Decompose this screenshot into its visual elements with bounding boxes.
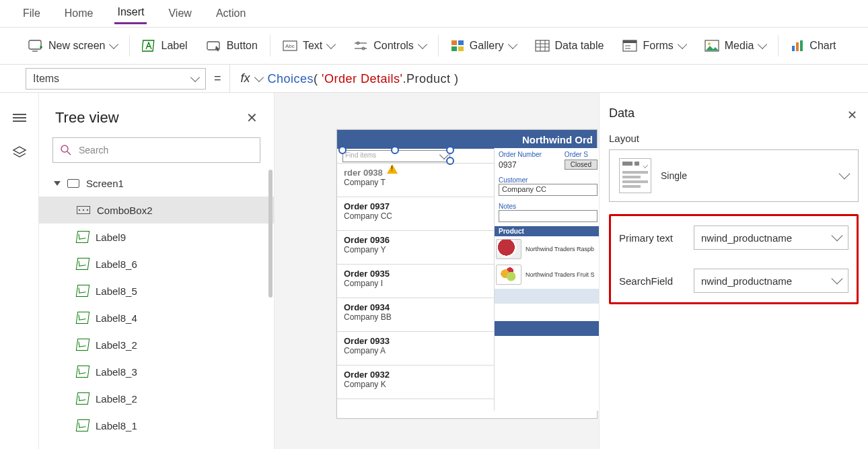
label-icon — [77, 312, 89, 324]
svg-rect-12 — [451, 40, 457, 45]
chevron-down-icon — [832, 273, 843, 285]
label-label: Label — [161, 40, 187, 52]
menu-action[interactable]: Action — [213, 3, 248, 24]
label-icon — [142, 39, 155, 53]
svg-rect-29 — [800, 40, 803, 51]
data-pane-title: Data — [609, 106, 859, 120]
menu-insert[interactable]: Insert — [114, 2, 147, 24]
media-button[interactable]: Media — [695, 28, 776, 64]
svg-rect-14 — [451, 46, 457, 51]
datatable-label: Data table — [555, 40, 604, 52]
selection-handle[interactable] — [446, 146, 454, 154]
layers-icon[interactable] — [12, 145, 27, 159]
spacer — [495, 289, 599, 304]
search-field-label: SearchField — [619, 275, 673, 287]
search-field-value: nwind_productname — [701, 275, 792, 287]
tree-node-label: Screen1 — [86, 178, 124, 189]
label-icon — [77, 285, 89, 297]
order-number-value: 0937 — [499, 158, 517, 170]
menu-home[interactable]: Home — [62, 3, 96, 24]
tree-node[interactable]: Label8_5 — [39, 277, 274, 304]
formula-input[interactable]: fx Choices( 'Order Details'.Product ) — [229, 65, 459, 92]
chevron-down-icon — [507, 40, 517, 49]
chevron-down-icon — [190, 72, 200, 81]
tree-node[interactable]: Label8_3 — [39, 358, 274, 385]
datatable-button[interactable]: Data table — [526, 28, 614, 64]
chevron-down-icon — [109, 40, 118, 49]
text-icon: Abc — [283, 40, 297, 51]
new-screen-button[interactable]: New screen — [19, 28, 126, 64]
tree-node[interactable]: Label9 — [39, 223, 274, 250]
primary-text-label: Primary text — [619, 232, 673, 244]
forms-label: Forms — [643, 40, 673, 52]
app-title-bar: Northwind Ord — [337, 130, 597, 149]
chart-button[interactable]: Chart — [781, 28, 845, 64]
chevron-down-icon — [326, 40, 336, 49]
gallery-button[interactable]: Gallery — [441, 28, 526, 64]
selection-handle[interactable] — [391, 146, 399, 154]
customer-field[interactable]: Company CC — [499, 184, 598, 196]
label-icon — [77, 419, 89, 431]
primary-text-selector[interactable]: nwind_productname — [694, 226, 848, 250]
property-selector[interactable]: Items — [26, 68, 206, 90]
tree-node-label: Label8_5 — [96, 285, 137, 297]
order-status-value: Closed — [565, 160, 598, 170]
product-row[interactable]: Northwind Traders Raspb — [495, 236, 599, 262]
menu-file[interactable]: File — [20, 3, 43, 24]
tree-node[interactable]: Label3_2 — [39, 331, 274, 358]
tree-node-label: Label3_2 — [96, 339, 137, 351]
tree-node[interactable]: Label8_2 — [39, 385, 274, 412]
controls-button[interactable]: Controls — [344, 28, 435, 64]
equals-sign: = — [214, 71, 221, 85]
canvas[interactable]: Northwind Ord Find items x rder 0938 Com… — [275, 93, 599, 449]
svg-text:Abc: Abc — [285, 43, 295, 49]
highlighted-settings: Primary text nwind_productname SearchFie… — [609, 214, 859, 304]
label-icon — [77, 258, 89, 270]
gallery-icon — [451, 40, 464, 52]
media-label: Media — [725, 40, 754, 52]
svg-rect-13 — [458, 40, 464, 45]
tree-node-label: Label8_3 — [96, 366, 137, 378]
search-input[interactable]: Search — [52, 137, 260, 163]
tree-node[interactable]: Label8_6 — [39, 250, 274, 277]
close-icon[interactable]: ✕ — [246, 111, 258, 125]
field-label: Customer — [499, 176, 598, 184]
label-icon — [77, 231, 89, 243]
svg-rect-4 — [143, 40, 155, 51]
separator — [438, 35, 439, 57]
search-placeholder: Search — [79, 145, 108, 156]
search-field-selector[interactable]: nwind_productname — [694, 269, 848, 293]
svg-rect-22 — [623, 40, 637, 43]
tree-node[interactable]: Label8_1 — [39, 412, 274, 439]
tree-node-label: Label8_6 — [96, 258, 137, 270]
close-icon[interactable]: ✕ — [847, 108, 857, 123]
layout-selector[interactable]: Single — [609, 149, 859, 202]
chevron-down-icon — [254, 72, 263, 81]
tree-scroll[interactable]: Screen1 ComboBox2 Label9 Label8_6 Label8… — [39, 170, 274, 449]
product-row[interactable]: Northwind Traders Fruit S — [495, 262, 599, 287]
tree-node[interactable]: Label8_4 — [39, 304, 274, 331]
menu-view[interactable]: View — [166, 3, 194, 24]
controls-label: Controls — [373, 40, 414, 52]
chart-label: Chart — [809, 40, 836, 52]
notes-field[interactable] — [499, 210, 598, 222]
tree-node-combobox2[interactable]: ComboBox2 — [39, 197, 274, 223]
selection-handle[interactable] — [338, 146, 347, 154]
button-button[interactable]: Button — [197, 28, 267, 64]
text-button[interactable]: Abc Text — [273, 28, 344, 64]
tree-view-panel: Tree view ✕ Search Screen1 ComboBox2 Lab… — [39, 93, 275, 449]
search-icon — [60, 144, 72, 156]
warning-icon — [387, 164, 398, 174]
controls-icon — [353, 40, 368, 51]
chevron-down-icon — [832, 230, 843, 242]
svg-rect-28 — [796, 42, 799, 51]
tree-node-label: Label8_1 — [96, 420, 137, 431]
label-button[interactable]: Label — [133, 28, 196, 64]
screen-icon — [67, 179, 79, 188]
hamburger-icon[interactable] — [13, 112, 26, 124]
product-thumb — [496, 239, 521, 259]
forms-button[interactable]: Forms — [613, 28, 694, 64]
tree-node-screen1[interactable]: Screen1 — [39, 170, 274, 197]
svg-rect-15 — [458, 46, 464, 51]
tree-view-title: Tree view — [55, 109, 119, 127]
